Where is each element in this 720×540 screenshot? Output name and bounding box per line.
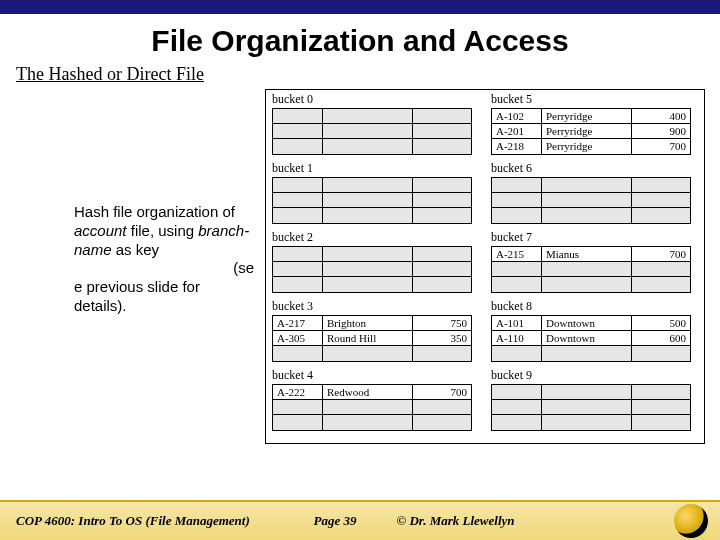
cell: [273, 139, 323, 154]
slide-title: File Organization and Access: [0, 14, 720, 64]
cell: [273, 346, 323, 361]
table-row: [273, 277, 471, 292]
cell: [273, 124, 323, 138]
cell: Downtown: [542, 316, 632, 330]
cell: A-217: [273, 316, 323, 330]
bucket-box: A-101Downtown500A-110Downtown600: [491, 315, 691, 362]
table-row: [273, 178, 471, 193]
bucket-box: [272, 177, 472, 224]
cell: 700: [632, 247, 690, 261]
cell: Brighton: [323, 316, 413, 330]
cell: A-215: [492, 247, 542, 261]
cell: [492, 385, 542, 399]
footer-course: COP 4600: Intro To OS (File Management): [0, 513, 294, 529]
cell: [273, 178, 323, 192]
table-row: A-101Downtown500: [492, 316, 690, 331]
content-area: Hash file organization of account file, …: [0, 89, 720, 489]
caption-text: Hash file organization of: [74, 203, 235, 220]
caption-italic: account: [74, 222, 127, 239]
cell: [323, 109, 413, 123]
table-row: A-222Redwood700: [273, 385, 471, 400]
bucket-label: bucket 2: [272, 230, 479, 245]
cell: A-218: [492, 139, 542, 154]
cell: [323, 400, 413, 414]
table-row: A-201Perryridge900: [492, 124, 690, 139]
bucket-box: A-217Brighton750A-305Round Hill350: [272, 315, 472, 362]
cell: Round Hill: [323, 331, 413, 345]
cell: [413, 124, 471, 138]
cell: [632, 262, 690, 276]
table-row: [492, 400, 690, 415]
figure-caption: Hash file organization of account file, …: [74, 203, 254, 316]
cell: [323, 193, 413, 207]
cell: 700: [413, 385, 471, 399]
ucf-logo-icon: [674, 504, 708, 538]
caption-text: e previous slide for details).: [74, 278, 200, 314]
bucket-label: bucket 8: [491, 299, 698, 314]
bucket-box: [272, 246, 472, 293]
cell: [323, 247, 413, 261]
table-row: [273, 124, 471, 139]
table-row: [273, 400, 471, 415]
buckets-left-column: bucket 0bucket 1bucket 2bucket 3A-217Bri…: [266, 90, 485, 443]
bucket: bucket 9: [491, 368, 698, 431]
table-row: [492, 193, 690, 208]
cell: 500: [632, 316, 690, 330]
table-row: [273, 415, 471, 430]
cell: [273, 415, 323, 430]
cell: [323, 262, 413, 276]
cell: [323, 208, 413, 223]
cell: [542, 346, 632, 361]
cell: 400: [632, 109, 690, 123]
cell: A-201: [492, 124, 542, 138]
slide-subtitle: The Hashed or Direct File: [0, 64, 720, 85]
cell: [413, 178, 471, 192]
table-row: A-215Mianus700: [492, 247, 690, 262]
cell: [323, 178, 413, 192]
bucket: bucket 0: [272, 92, 479, 155]
cell: [492, 277, 542, 292]
cell: [273, 247, 323, 261]
bucket-label: bucket 5: [491, 92, 698, 107]
cell: [632, 346, 690, 361]
cell: [413, 415, 471, 430]
bucket-box: A-102Perryridge400A-201Perryridge900A-21…: [491, 108, 691, 155]
table-row: [273, 247, 471, 262]
cell: [492, 415, 542, 430]
cell: Downtown: [542, 331, 632, 345]
bucket: bucket 7A-215Mianus700: [491, 230, 698, 293]
bucket-box: [491, 384, 691, 431]
table-row: A-102Perryridge400: [492, 109, 690, 124]
bucket-label: bucket 3: [272, 299, 479, 314]
cell: [273, 400, 323, 414]
cell: [492, 208, 542, 223]
cell: Perryridge: [542, 109, 632, 123]
cell: Perryridge: [542, 139, 632, 154]
footer-page: Page 39: [294, 513, 377, 529]
cell: [542, 277, 632, 292]
cell: 600: [632, 331, 690, 345]
cell: A-222: [273, 385, 323, 399]
cell: [492, 262, 542, 276]
cell: [632, 400, 690, 414]
cell: 750: [413, 316, 471, 330]
cell: A-101: [492, 316, 542, 330]
bucket: bucket 5A-102Perryridge400A-201Perryridg…: [491, 92, 698, 155]
bucket: bucket 3A-217Brighton750A-305Round Hill3…: [272, 299, 479, 362]
cell: Perryridge: [542, 124, 632, 138]
cell: [323, 346, 413, 361]
cell: [492, 193, 542, 207]
bucket-label: bucket 7: [491, 230, 698, 245]
bucket: bucket 4A-222Redwood700: [272, 368, 479, 431]
cell: [632, 208, 690, 223]
cell: [413, 262, 471, 276]
cell: [413, 139, 471, 154]
bucket: bucket 6: [491, 161, 698, 224]
table-row: [273, 193, 471, 208]
table-row: [492, 385, 690, 400]
bucket: bucket 8A-101Downtown500A-110Downtown600: [491, 299, 698, 362]
cell: [542, 400, 632, 414]
cell: [542, 178, 632, 192]
table-row: [273, 109, 471, 124]
cell: [413, 109, 471, 123]
